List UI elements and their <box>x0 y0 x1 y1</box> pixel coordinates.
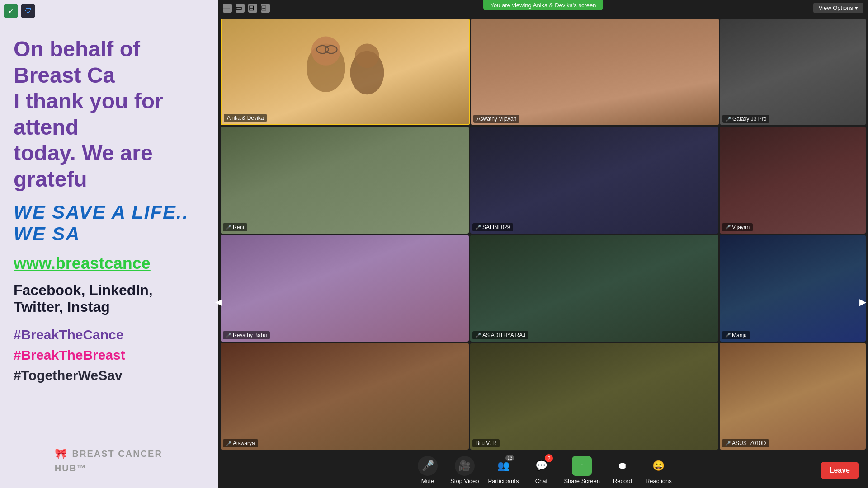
participant-label-biju: Biju V. R <box>472 439 500 447</box>
video-tile-salini: 🎤 SALINI 029 <box>470 127 718 233</box>
mute-icon-reni: 🎤 <box>226 225 231 230</box>
tile-btn[interactable]: ▭ <box>236 4 245 13</box>
participant-label-aswathy: Aswathy Vijayan <box>473 115 519 123</box>
video-tile-anika-devika: Anika & Devika <box>221 19 470 125</box>
viewing-banner: You are viewing Anika & Devika's screen <box>483 0 604 10</box>
video-tile-manju: 🎤 Manju <box>720 235 866 342</box>
mute-icon: 🎤 <box>418 456 438 476</box>
video-tile-asus: 🎤 ASUS_Z010D <box>720 343 866 450</box>
participant-label-revathy: 🎤 Revathy Babu <box>223 331 270 339</box>
collapse-left-arrow[interactable]: ◀ <box>215 296 222 307</box>
chat-label: Chat <box>535 478 547 484</box>
video-tile-biju: ABHISHEK 🎤 Biju V. R <box>470 343 718 450</box>
participant-name-aiswarya: Aiswarya <box>233 440 255 446</box>
chat-button[interactable]: 💬 2 Chat <box>528 456 555 484</box>
chat-icon: 💬 2 <box>531 456 551 476</box>
hashtag-2: #BreakTheBreast <box>14 345 205 365</box>
collapse-right-arrow[interactable]: ▶ <box>859 296 866 307</box>
breast-cancer-hub-logo: 🎀 BREAST CANCER HUB™ <box>55 446 164 474</box>
participant-name-revathy: Revathy Babu <box>233 332 267 338</box>
mute-icon-manju: 🎤 <box>725 333 731 338</box>
social-media-text: Facebook, LinkedIn, Twitter, Instag <box>14 282 205 315</box>
stop-video-label: Stop Video <box>450 478 479 484</box>
face-overlay-anika <box>222 19 469 124</box>
video-row-3: 🎤 Revathy Babu 🎤 AS ADITHYA RAJ 🎤 Manju <box>221 235 866 342</box>
video-tile-aswathy: Aswathy Vijayan <box>471 19 718 125</box>
mute-button[interactable]: 🎤 Mute <box>414 456 441 484</box>
video-tile-aiswarya: 🎤 Aiswarya <box>221 343 469 450</box>
participant-label-anika: Anika & Devika <box>224 114 267 122</box>
participant-name-aswathy: Aswathy Vijayan <box>476 116 516 122</box>
reactions-label: Reactions <box>646 478 672 484</box>
video-grid: Anika & Devika Aswathy Vijayan 🎤 Galaxy … <box>218 16 868 452</box>
participant-name-adithya: AS ADITHYA RAJ <box>482 332 525 338</box>
website-link: www.breastcance <box>14 254 205 273</box>
mute-icon-galaxy: 🎤 <box>726 117 731 122</box>
participants-icon: 👥 13 <box>493 456 513 476</box>
breast-cancer-heading: On behalf of Breast Ca I thank you for a… <box>14 36 205 192</box>
video-row-1: Anika & Devika Aswathy Vijayan 🎤 Galaxy … <box>221 19 866 125</box>
reactions-button[interactable]: 😀 Reactions <box>645 456 672 484</box>
participant-label-galaxy: 🎤 Galaxy J3 Pro <box>722 115 769 123</box>
shared-content: On behalf of Breast Ca I thank you for a… <box>0 27 218 394</box>
video-row-4: 🎤 Aiswarya ABHISHEK 🎤 Biju V. R 🎤 ASUS_Z… <box>221 343 866 450</box>
participant-name-salini: SALINI 029 <box>482 224 510 230</box>
participant-name-manju: Manju <box>732 332 747 338</box>
mute-icon-aiswarya: 🎤 <box>226 441 231 446</box>
window-controls: — ▭ ⊟ ⊞ <box>223 4 270 13</box>
hashtags: #BreakTheCance #BreakTheBreast #Together… <box>14 324 205 385</box>
participant-label-asus: 🎤 ASUS_Z010D <box>722 439 769 447</box>
save-life-heading: WE SAVE A LIFE.. WE SA <box>14 202 205 245</box>
participant-label-aiswarya: 🎤 Aiswarya <box>223 439 258 447</box>
participant-name-reni: Reni <box>233 224 244 230</box>
participant-label-reni: 🎤 Reni <box>223 223 247 231</box>
participant-name-anika: Anika & Devika <box>227 115 264 121</box>
participant-name-galaxy: Galaxy J3 Pro <box>732 116 766 122</box>
participants-button[interactable]: 👥 13 Participants <box>488 456 519 484</box>
stop-video-button[interactable]: 🎥 Stop Video <box>450 456 479 484</box>
reactions-icon: 😀 <box>649 456 669 476</box>
video-meeting-panel: — ▭ ⊟ ⊞ You are viewing Anika & Devika's… <box>218 0 868 488</box>
participant-label-vijayan: 🎤 Vijayan <box>722 223 753 231</box>
record-label: Record <box>613 478 632 484</box>
split-btn[interactable]: ⊟ <box>248 4 257 13</box>
participants-label: Participants <box>488 478 519 484</box>
share-screen-label: Share Screen <box>564 478 600 484</box>
video-tile-adithya: 🎤 AS ADITHYA RAJ <box>470 235 718 342</box>
meeting-top-bar: — ▭ ⊟ ⊞ You are viewing Anika & Devika's… <box>218 0 868 16</box>
participant-name-vijayan: Vijayan <box>732 224 750 230</box>
participant-name-biju: Biju V. R <box>476 440 496 446</box>
mute-icon-adithya: 🎤 <box>476 333 481 338</box>
video-tile-reni: 🎤 Reni <box>221 127 469 233</box>
mute-icon-vijayan: 🎤 <box>725 225 731 230</box>
mute-icon-revathy: 🎤 <box>226 333 231 338</box>
chat-badge: 2 <box>545 454 553 462</box>
svg-point-3 <box>355 44 379 68</box>
shared-screen-panel: ✓ 🛡 On behalf of Breast Ca I thank you f… <box>0 0 218 488</box>
participant-label-manju: 🎤 Manju <box>722 331 750 339</box>
leave-button[interactable]: Leave <box>821 462 859 479</box>
participant-label-adithya: 🎤 AS ADITHYA RAJ <box>472 331 528 339</box>
participant-label-salini: 🎤 SALINI 029 <box>472 223 513 231</box>
hashtag-3: #TogetherWeSav <box>14 365 205 385</box>
share-screen-button[interactable]: ↑ Share Screen <box>564 456 600 484</box>
record-button[interactable]: ⏺ Record <box>609 456 636 484</box>
taskbar-icon-1: ✓ <box>4 4 18 18</box>
minimize-btn[interactable]: — <box>223 4 232 13</box>
participant-name-asus: ASUS_Z010D <box>732 440 766 446</box>
person-svg-anika <box>222 19 469 114</box>
video-tile-galaxy: 🎤 Galaxy J3 Pro <box>720 19 866 125</box>
video-row-2: 🎤 Reni 🎤 SALINI 029 🎤 Vijayan <box>221 127 866 233</box>
mute-icon-salini: 🎤 <box>476 225 481 230</box>
participants-count-badge: 13 <box>505 455 514 461</box>
stop-video-icon: 🎥 <box>455 456 475 476</box>
mute-label: Mute <box>421 478 434 484</box>
view-options-button[interactable]: View Options ▾ <box>813 3 863 13</box>
record-icon: ⏺ <box>613 456 632 476</box>
video-tile-vijayan: 🎤 Vijayan <box>720 127 866 233</box>
grid-btn[interactable]: ⊞ <box>261 4 270 13</box>
taskbar-icon-2: 🛡 <box>21 4 35 18</box>
mute-icon-asus: 🎤 <box>725 441 731 446</box>
hashtag-1: #BreakTheCance <box>14 324 205 345</box>
taskbar-icons: ✓ 🛡 <box>4 4 35 18</box>
